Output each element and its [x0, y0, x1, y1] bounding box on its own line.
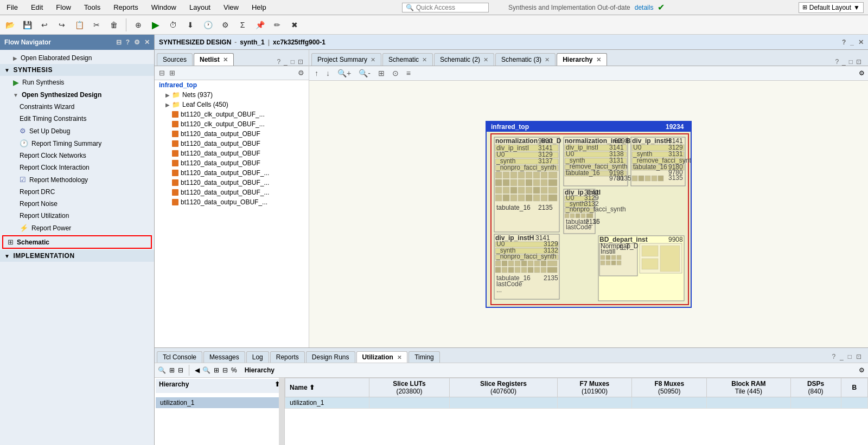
- menu-tools[interactable]: Tools: [82, 2, 103, 12]
- nav-report-drc[interactable]: Report DRC: [0, 186, 154, 198]
- netlist-expand-icon2[interactable]: ⊞: [168, 68, 176, 78]
- tab-schematic3-close-icon[interactable]: ✕: [545, 56, 550, 63]
- menu-flow[interactable]: Flow: [54, 2, 73, 12]
- menu-layout[interactable]: Layout: [187, 2, 213, 12]
- bottom-maximize-icon[interactable]: □: [848, 353, 852, 360]
- util-expand2-icon[interactable]: ⊞: [214, 366, 219, 374]
- tb-sigma-btn[interactable]: Σ: [235, 18, 250, 32]
- flow-nav-close-icon[interactable]: ✕: [144, 38, 150, 46]
- util-search2-icon[interactable]: 🔍: [202, 366, 210, 374]
- menu-view[interactable]: View: [221, 2, 241, 12]
- tree-leaf-5[interactable]: bt1120_data_output_OBUF: [155, 149, 309, 158]
- netlist-expand-icon[interactable]: ⊡: [298, 58, 303, 66]
- tb-timing-btn[interactable]: ⏱: [165, 18, 181, 32]
- tree-leafcells-folder[interactable]: ▶ 📁 Leaf Cells (450): [155, 100, 309, 109]
- util-hier-item-1[interactable]: utilization_1: [156, 397, 283, 408]
- nav-report-clock-networks[interactable]: Report Clock Networks: [0, 150, 154, 162]
- tab-schematic[interactable]: Schematic ✕: [382, 53, 433, 66]
- util-percent-icon[interactable]: %: [231, 366, 237, 374]
- netlist-collapse-all-icon[interactable]: ⊟: [158, 68, 166, 78]
- util-col-bram[interactable]: Block RAMTile (445): [707, 378, 790, 397]
- nav-report-timing[interactable]: 🕐 Report Timing Summary: [0, 137, 154, 150]
- netlist-maximize-icon[interactable]: □: [291, 58, 295, 66]
- hier-expand-icon[interactable]: ⊡: [856, 58, 861, 66]
- hier-zoom-out-icon[interactable]: 🔍-: [356, 68, 373, 79]
- tree-leaf-6[interactable]: bt1120_data_output_OBUF: [155, 158, 309, 168]
- tree-leaf-3[interactable]: bt1120_data_output_OBUF: [155, 129, 309, 139]
- tb-undo-btn[interactable]: ↩: [37, 18, 52, 32]
- util-search-icon[interactable]: 🔍: [158, 366, 166, 374]
- nav-setup-debug[interactable]: ⚙ Set Up Debug: [0, 125, 154, 137]
- tb-pin-btn[interactable]: 📌: [252, 18, 267, 32]
- tree-root-item[interactable]: infrared_top: [155, 80, 309, 90]
- tree-leaf-7[interactable]: bt1120_data_output_OBUF_...: [155, 168, 309, 178]
- tb-redo-btn[interactable]: ↪: [54, 18, 69, 32]
- nav-edit-timing[interactable]: Edit Timing Constraints: [0, 113, 154, 125]
- menu-reports[interactable]: Reports: [111, 2, 141, 12]
- util-col-luts[interactable]: Slice LUTs(203800): [369, 378, 450, 397]
- tb-more-btn[interactable]: ✖: [287, 18, 302, 32]
- flow-nav-collapse-icon[interactable]: ⊟: [116, 38, 122, 46]
- bottom-help-icon[interactable]: ?: [832, 353, 835, 360]
- flow-nav-help-icon[interactable]: ?: [126, 38, 130, 46]
- tb-save-btn[interactable]: 💾: [20, 18, 35, 32]
- util-collapse2-icon[interactable]: ⊟: [222, 366, 228, 374]
- nav-report-clock-interaction[interactable]: Report Clock Interaction: [0, 162, 154, 173]
- hier-forward-icon[interactable]: ↓: [324, 68, 332, 79]
- bottom-expand-icon[interactable]: ⊡: [856, 353, 861, 360]
- util-table-row[interactable]: utilization_1: [285, 397, 868, 409]
- tab-schematic2-close-icon[interactable]: ✕: [483, 56, 488, 63]
- util-handle-icon[interactable]: ◀: [195, 366, 199, 374]
- tab-hierarchy-close-icon[interactable]: ✕: [596, 56, 601, 63]
- util-settings-icon[interactable]: ⚙: [859, 366, 865, 374]
- util-col-b[interactable]: B: [841, 378, 867, 397]
- tab-project-close-icon[interactable]: ✕: [371, 56, 375, 63]
- tb-run-btn[interactable]: ▶: [148, 18, 163, 32]
- tab-netlist-close-icon[interactable]: ✕: [223, 56, 228, 63]
- tab-utilization[interactable]: Utilization ✕: [356, 351, 408, 363]
- nav-report-methodology[interactable]: ☑ Report Methodology: [0, 173, 154, 186]
- util-col-f8[interactable]: F8 Muxes(50950): [632, 378, 707, 397]
- design-minimize-icon[interactable]: _: [850, 38, 854, 46]
- tab-schematic-2[interactable]: Schematic (2) ✕: [434, 53, 494, 66]
- tree-leaf-1[interactable]: bt1120_clk_output_OBUF_...: [155, 109, 309, 119]
- tab-project-summary[interactable]: Project Summary ✕: [311, 53, 381, 66]
- tab-timing[interactable]: Timing: [409, 351, 440, 363]
- tree-leaf-10[interactable]: bt1120_data_outpu_OBUF_...: [155, 197, 309, 207]
- hier-filter-icon[interactable]: ≡: [404, 68, 413, 79]
- hier-fit-icon[interactable]: ⊞: [376, 68, 387, 79]
- nav-constraints-wizard[interactable]: Constraints Wizard: [0, 101, 154, 113]
- hier-maximize-icon[interactable]: □: [849, 58, 853, 66]
- tab-design-runs[interactable]: Design Runs: [306, 351, 355, 363]
- nav-synthesis-section[interactable]: ▼ SYNTHESIS: [0, 64, 154, 76]
- util-col-regs[interactable]: Slice Registers(407600): [450, 378, 557, 397]
- quick-access-box[interactable]: 🔍: [402, 3, 489, 12]
- util-col-f7[interactable]: F7 Muxes(101900): [557, 378, 632, 397]
- tb-route-btn[interactable]: ⊕: [131, 18, 146, 32]
- tab-schematic-close-icon[interactable]: ✕: [422, 56, 427, 63]
- tree-leaf-4[interactable]: bt1120_data_output_OBUF: [155, 139, 309, 149]
- tab-sources[interactable]: Sources: [157, 53, 193, 66]
- hier-zoom-in-icon[interactable]: 🔍+: [335, 68, 353, 79]
- menu-edit[interactable]: Edit: [29, 2, 45, 12]
- bottom-minimize-icon[interactable]: _: [840, 353, 844, 360]
- design-close-icon[interactable]: ✕: [858, 38, 864, 46]
- nav-report-power[interactable]: ⚡ Report Power: [0, 222, 154, 234]
- tb-settings-btn[interactable]: ⚙: [218, 18, 233, 32]
- tb-edit-btn[interactable]: ✏: [270, 18, 285, 32]
- tab-utilization-close-icon[interactable]: ✕: [397, 354, 401, 360]
- tab-log[interactable]: Log: [246, 351, 269, 363]
- tb-open-btn[interactable]: 📂: [2, 18, 17, 32]
- nav-report-utilization[interactable]: Report Utilization: [0, 210, 154, 222]
- nav-implementation-section[interactable]: ▼ IMPLEMENTATION: [0, 250, 154, 262]
- netlist-settings-icon[interactable]: ⚙: [297, 68, 305, 78]
- hier-help-icon[interactable]: ?: [835, 58, 839, 66]
- hier-minimize-icon[interactable]: _: [842, 58, 846, 66]
- netlist-minimize-icon[interactable]: _: [284, 58, 288, 66]
- util-expand-all-icon[interactable]: ⊞: [169, 366, 175, 374]
- tab-hierarchy[interactable]: Hierarchy ✕: [557, 53, 607, 66]
- tree-nets-folder[interactable]: ▶ 📁 Nets (937): [155, 90, 309, 100]
- hier-settings-icon[interactable]: ⚙: [859, 69, 865, 77]
- tab-netlist[interactable]: Netlist ✕: [194, 53, 234, 66]
- nav-open-elaborated[interactable]: ▶ Open Elaborated Design: [0, 52, 154, 64]
